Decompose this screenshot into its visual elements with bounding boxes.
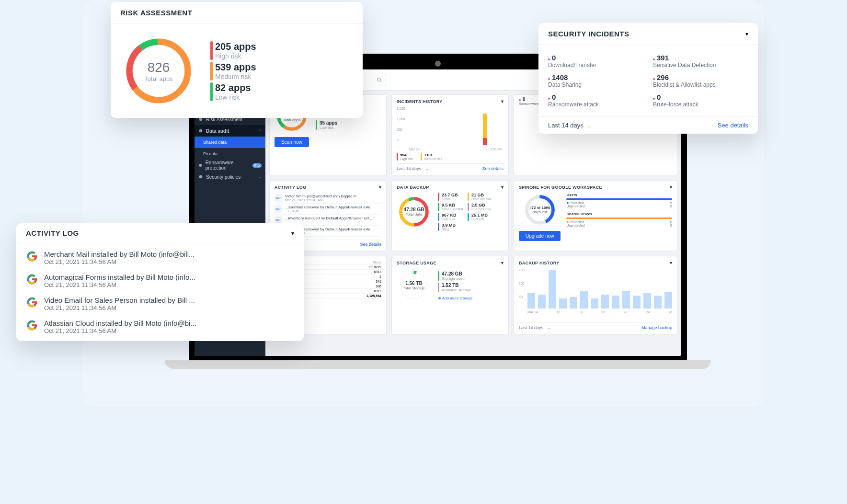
manage-backup-link[interactable]: Manage backup <box>641 325 672 330</box>
popover-activity-log: ACTIVITY LOG▾ Merchant Mail installed by… <box>16 223 304 341</box>
days-donut: 472 of 1096days left <box>523 193 557 227</box>
see-details-link[interactable]: See details <box>718 122 748 129</box>
google-icon <box>26 319 38 332</box>
popover-risk-assessment: RISK ASSESSMENT 826Total apps 205 appsHi… <box>111 2 363 118</box>
popover-title: RISK ASSESSMENT <box>120 9 192 17</box>
activity-row[interactable]: Atlassian Cloud installed by Bill Moto (… <box>16 315 304 338</box>
chart-bar <box>654 296 662 309</box>
card-storage-usage: STORAGE USAGE▾ 1.56 TBTotal storage 47.2… <box>391 256 509 334</box>
card-spinone: SPINONE FOR GOOGLE WORKSPACE▾ 472 of 109… <box>514 180 677 251</box>
svg-point-4 <box>199 164 202 167</box>
chart-bar <box>601 295 609 309</box>
sidebar-item-security-policies[interactable]: Security policies⌄ <box>195 171 265 183</box>
incident-stat: 0Ransomware attack <box>548 93 643 108</box>
activity-row[interactable]: Video Email for Sales Person installed b… <box>16 292 304 315</box>
chart-bar <box>622 291 630 309</box>
sidebar-item-ransomware-protection[interactable]: Ransomware protectionPro <box>195 160 265 171</box>
backup-stat: 2.5 GBShared Drive <box>468 203 492 211</box>
upgrade-button[interactable]: Upgrade now <box>519 231 561 241</box>
chart-bar <box>633 296 641 309</box>
risk-legend-item: 539 appsMedium risk <box>210 62 256 80</box>
add-storage-link[interactable]: ⊕ Add more storage <box>438 296 472 300</box>
caret-down-icon[interactable]: ▾ <box>501 99 504 104</box>
chart-bar <box>612 296 619 309</box>
chart-bar <box>527 293 535 309</box>
svg-point-5 <box>199 175 203 179</box>
google-icon <box>26 273 38 286</box>
caret-down-icon[interactable]: ▾ <box>670 184 672 190</box>
popover-title: ACTIVITY LOG <box>26 229 79 237</box>
caret-down-icon[interactable]: ▾ <box>501 184 504 190</box>
backup-stat: 9.5 KBDrive External <box>438 203 463 211</box>
incident-stat: 391Sensitive Data Detection <box>653 54 748 69</box>
incident-stat: 296Blocklist & Allowlist apps <box>653 73 748 88</box>
caret-down-icon[interactable]: ▾ <box>745 31 748 37</box>
google-icon <box>26 296 38 309</box>
backup-chart <box>527 268 672 310</box>
google-icon <box>26 250 38 263</box>
caret-down-icon[interactable]: ▾ <box>291 230 294 237</box>
risk-donut-large: 826Total apps <box>120 33 197 109</box>
scan-now-button[interactable]: Scan now <box>275 137 309 147</box>
activity-row[interactable]: Merchant Mail installed by Bill Moto (in… <box>16 246 304 269</box>
svg-point-3 <box>199 129 203 133</box>
sidebar-item-shared-data[interactable]: Shared data <box>195 137 265 148</box>
svg-point-2 <box>199 118 203 121</box>
chart-bar <box>591 298 598 309</box>
caret-down-icon[interactable]: ▾ <box>379 184 381 190</box>
backup-stat: 23.7 GBGmail <box>438 193 463 201</box>
sidebar-item-pii-data[interactable]: Pii data <box>195 148 265 160</box>
popover-security-incidents: SECURITY INCIDENTS▾ 0Download/Transfer39… <box>538 23 758 134</box>
chart-bar <box>483 114 487 145</box>
chart-bar <box>664 292 672 309</box>
log-row[interactable]: Spin...ssentials removed by Default Apps… <box>275 204 381 215</box>
see-details-link[interactable]: See details <box>482 166 504 171</box>
drives-progress: Shared Drives ■ Protected0 Unprotected0 <box>566 212 672 227</box>
backup-stat: 3.9 MBSites <box>438 223 463 231</box>
incident-stat: 0Download/Transfer <box>548 54 643 69</box>
backup-stat: 25.1 MBContacts <box>468 213 492 221</box>
popover-title: SECURITY INCIDENTS <box>548 30 630 38</box>
backup-donut: 47.28 GBTotal data <box>397 195 431 229</box>
storage-donut: 1.56 TBTotal storage <box>397 268 431 303</box>
risk-legend-item: 205 appsHigh risk <box>210 41 256 60</box>
chart-bar <box>538 295 546 309</box>
log-row[interactable]: SpinVictor Smith (vs@webdirect.md) logge… <box>275 193 381 204</box>
backup-stat: 967 KBCalendar <box>438 213 463 221</box>
chart-bar <box>570 297 577 309</box>
chart-bar <box>549 270 556 309</box>
card-incidents-history: INCIDENTS HISTORY▾ 1,500 1,000 500 0 Mar… <box>391 94 509 175</box>
backup-stat: 21 GBDrive Internal <box>468 193 492 201</box>
incident-stat: 1408Data Sharing <box>548 73 643 88</box>
caret-down-icon[interactable]: ▾ <box>670 260 672 265</box>
chart-bar <box>580 291 588 309</box>
incident-stat: 0Brute-force attack <box>653 93 748 108</box>
chart-bar <box>559 298 567 309</box>
chart-bar <box>643 293 651 309</box>
incidents-chart: 1,500 1,000 500 0 Mar 147:01:45 <box>397 107 504 151</box>
search-icon <box>377 77 382 83</box>
card-data-backup: DATA BACKUP▾ 47.28 GBTotal data 23.7 GBG… <box>391 180 509 251</box>
sidebar-item-data-audit[interactable]: Data audit⌃ <box>195 125 265 137</box>
caret-down-icon[interactable]: ▾ <box>501 260 504 265</box>
webcam-dot <box>435 61 441 67</box>
activity-row[interactable]: Automagical Forms installed by Bill Moto… <box>16 269 304 292</box>
risk-legend-item: 82 appsLow risk <box>210 82 256 101</box>
see-details-link[interactable]: See details <box>360 242 381 247</box>
card-backup-history: BACKUP HISTORY▾ 150 100 50 Mar 141618202… <box>514 256 677 334</box>
users-progress: Users ■ Protected5 Unprotected0 <box>566 193 672 208</box>
